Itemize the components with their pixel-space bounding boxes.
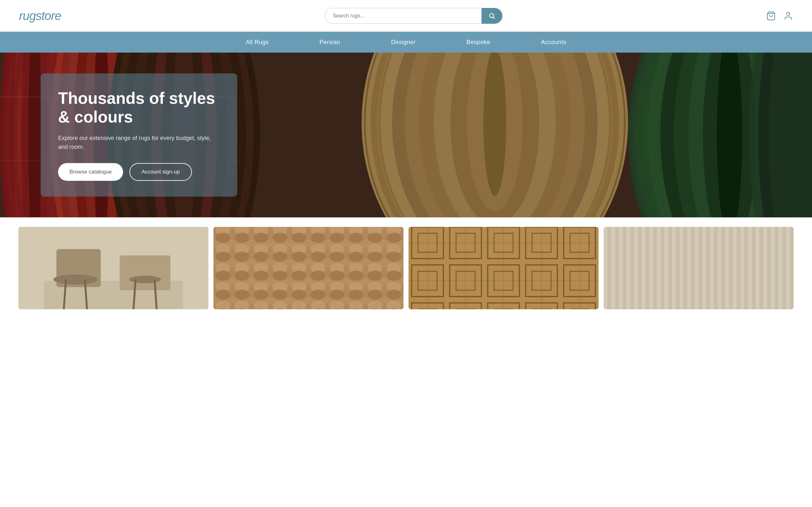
product-image-2 [213, 227, 403, 309]
account-signup-button[interactable]: Account sign-up [130, 163, 192, 181]
hero-section: Thousands of styles & colours Explore ou… [0, 53, 812, 217]
nav-accounts[interactable]: Accounts [516, 32, 592, 53]
product-card-3[interactable] [409, 227, 599, 309]
hero-subtitle: Explore our extensive range of rugs for … [58, 133, 220, 152]
product-image-3 [409, 227, 599, 309]
nav-designer[interactable]: Designer [366, 32, 441, 53]
svg-point-64 [53, 274, 98, 285]
nav-persian[interactable]: Persian [294, 32, 366, 53]
hero-overlay: Thousands of styles & colours Explore ou… [41, 73, 237, 197]
nav-bespoke[interactable]: Bespoke [441, 32, 516, 53]
hero-title: Thousands of styles & colours [58, 89, 220, 127]
product-card-1[interactable] [18, 227, 208, 309]
svg-rect-93 [604, 227, 794, 309]
product-card-2[interactable] [213, 227, 403, 309]
svg-rect-88 [409, 227, 599, 309]
header: rugstore [0, 0, 812, 32]
svg-point-65 [129, 276, 161, 283]
svg-rect-80 [213, 227, 403, 309]
svg-point-3 [786, 12, 790, 15]
search-input[interactable] [325, 8, 481, 24]
product-grid [0, 217, 812, 319]
logo[interactable]: rugstore [19, 9, 61, 23]
header-icons [766, 11, 793, 20]
product-card-4[interactable] [604, 227, 794, 309]
search-button[interactable] [481, 8, 502, 24]
search-icon [489, 12, 496, 19]
browse-catalogue-button[interactable]: Browse catalogue [58, 163, 123, 181]
nav-all-rugs[interactable]: All Rugs [220, 32, 294, 53]
svg-line-1 [494, 17, 495, 18]
product-image-4 [604, 227, 794, 309]
product-image-1 [18, 227, 208, 309]
account-button[interactable] [783, 11, 793, 20]
cart-button[interactable] [766, 11, 776, 20]
user-icon [783, 11, 793, 20]
hero-buttons: Browse catalogue Account sign-up [58, 163, 220, 181]
main-nav: All Rugs Persian Designer Bespoke Accoun… [0, 32, 812, 53]
search-bar [325, 8, 502, 24]
cart-icon [766, 11, 776, 20]
svg-rect-63 [119, 256, 170, 290]
